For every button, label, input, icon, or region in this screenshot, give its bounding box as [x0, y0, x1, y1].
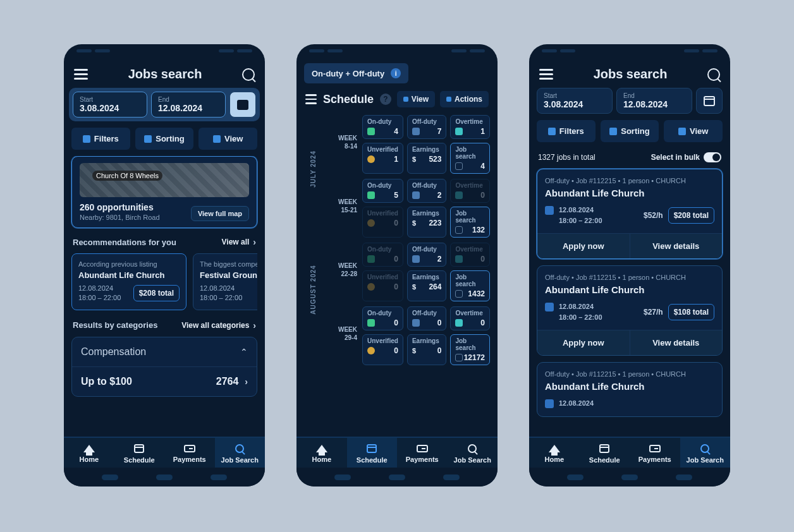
stat-js[interactable]: Job search132	[450, 207, 490, 238]
stat-on[interactable]: On-duty0	[362, 243, 403, 267]
end-date-value: 12.08.2024	[158, 103, 219, 113]
start-date-field[interactable]: Start 3.08.2024	[73, 92, 147, 118]
recommendation-datetime: 12.08.2024 18:00 – 22:00	[78, 284, 121, 303]
menu-icon[interactable]	[305, 94, 317, 104]
stat-js[interactable]: Job search4	[450, 143, 490, 174]
stat-value: 0	[394, 346, 398, 355]
start-date-field[interactable]: Start 3.08.2024	[537, 88, 613, 114]
job-card[interactable]: Off-duty • Job #112215 • 1 person • CHUR…	[537, 169, 723, 259]
stat-earn[interactable]: Earnings$223	[407, 207, 447, 238]
view-button[interactable]: View	[198, 128, 257, 150]
stat-off[interactable]: Off-duty0	[407, 306, 447, 330]
nav-payments[interactable]: Payments	[630, 438, 680, 468]
view-all-categories-link[interactable]: View all categories ›	[181, 320, 256, 330]
stat-ot[interactable]: Overtime0	[450, 179, 490, 203]
job-card[interactable]: Off-duty • Job #112215 • 1 person • CHUR…	[537, 265, 723, 356]
stat-unv[interactable]: Unverified1	[362, 143, 403, 174]
stat-on[interactable]: On-duty0	[362, 306, 403, 330]
stat-on[interactable]: On-duty5	[362, 179, 403, 203]
view-details-button[interactable]: View details	[630, 234, 723, 258]
end-date-label: End	[158, 96, 219, 103]
stat-off[interactable]: Off-duty2	[407, 243, 447, 267]
stat-earn[interactable]: Earnings$523	[407, 143, 447, 174]
search-icon[interactable]	[242, 68, 255, 81]
nav-job-search[interactable]: Job Search	[448, 438, 498, 468]
stat-label: Off-duty	[412, 246, 442, 253]
stat-value: 132	[472, 226, 485, 234]
start-date-label: Start	[544, 92, 606, 99]
help-icon[interactable]: ?	[380, 94, 391, 105]
compensation-header[interactable]: Compensation ⌃	[72, 337, 257, 366]
nav-schedule[interactable]: Schedule	[114, 438, 165, 468]
stat-label: On-duty	[367, 182, 398, 189]
info-icon[interactable]: i	[391, 68, 401, 78]
view-button[interactable]: View	[397, 91, 435, 107]
job-datetime: 12.08.2024	[559, 398, 594, 409]
nav-home[interactable]: Home	[529, 438, 580, 468]
payments-icon	[649, 445, 661, 452]
end-date-field[interactable]: End 12.08.2024	[151, 92, 226, 118]
scroll-content[interactable]: Church Of 8 Wheels 260 opportunities Nea…	[64, 156, 265, 437]
filters-button[interactable]: Filters	[71, 128, 130, 150]
stat-unv[interactable]: Unverified0	[362, 270, 403, 301]
stat-js[interactable]: Job search1432	[450, 270, 490, 301]
stat-value: 0	[394, 219, 398, 227]
ot-icon	[455, 255, 463, 263]
nav-job-search[interactable]: Job Search	[215, 438, 266, 468]
week-block: WEEK22-28On-duty0Off-duty2Overtime0Unver…	[329, 243, 490, 301]
sorting-button[interactable]: Sorting	[601, 120, 659, 142]
js-icon	[455, 290, 463, 298]
recommendation-card[interactable]: The biggest compens Festival Grounds Pat…	[193, 253, 257, 310]
schedule-body[interactable]: JULY 2024 AUGUST 2024 WEEK8-14On-duty4Of…	[296, 115, 498, 437]
apply-button[interactable]: Apply now	[537, 330, 630, 355]
stat-off[interactable]: Off-duty2	[407, 179, 447, 203]
recommendation-total: $208 total	[133, 285, 180, 301]
view-details-button[interactable]: View details	[630, 330, 723, 355]
nav-job-search[interactable]: Job Search	[680, 438, 731, 468]
stat-unv[interactable]: Unverified0	[362, 207, 403, 238]
bulk-select-toggle[interactable]: Select in bulk	[651, 152, 721, 162]
compensation-row[interactable]: Up to $100 2764 ›	[72, 366, 257, 396]
view-full-map-button[interactable]: View full map	[191, 206, 249, 221]
nav-schedule[interactable]: Schedule	[580, 438, 630, 468]
search-icon	[235, 444, 244, 453]
calendar-button[interactable]	[229, 92, 256, 118]
duty-filter-chip[interactable]: On-duty + Off-duty i	[304, 63, 408, 83]
stat-ot[interactable]: Overtime1	[450, 115, 490, 139]
actions-icon	[446, 97, 451, 102]
stat-off[interactable]: Off-duty7	[407, 115, 447, 139]
nav-payments[interactable]: Payments	[164, 438, 215, 468]
nav-home[interactable]: Home	[64, 438, 114, 468]
end-date-field[interactable]: End 12.08.2024	[616, 88, 692, 114]
menu-icon[interactable]	[539, 69, 553, 80]
stat-label: Overtime	[455, 118, 485, 125]
view-all-recommendations-link[interactable]: View all ›	[222, 237, 256, 247]
nav-schedule[interactable]: Schedule	[347, 438, 398, 468]
stat-earn[interactable]: Earnings$264	[407, 270, 447, 301]
screen-jobs-search-main: Jobs search Start 3.08.2024 End 12.08.20…	[64, 44, 265, 487]
stat-unv[interactable]: Unverified0	[362, 334, 403, 365]
stat-ot[interactable]: Overtime0	[450, 306, 490, 330]
map-thumbnail[interactable]: Church Of 8 Wheels	[80, 163, 249, 197]
search-icon[interactable]	[707, 68, 720, 81]
scroll-content[interactable]: 1327 jobs in total Select in bulk Off-du…	[529, 148, 730, 437]
job-card[interactable]: Off-duty • Job #112215 • 1 person • CHUR…	[537, 362, 723, 417]
view-button[interactable]: View	[664, 120, 723, 142]
stat-earn[interactable]: Earnings$0	[407, 334, 447, 365]
stat-value: 0	[394, 318, 398, 327]
recommendations-carousel[interactable]: According previous listing Abundant Life…	[71, 253, 257, 310]
recommendation-card[interactable]: According previous listing Abundant Life…	[71, 253, 186, 310]
calendar-button[interactable]	[696, 88, 723, 114]
nav-payments[interactable]: Payments	[397, 438, 448, 468]
earn-icon: $	[412, 155, 416, 163]
menu-icon[interactable]	[74, 69, 88, 80]
stat-ot[interactable]: Overtime0	[450, 243, 490, 267]
filters-button[interactable]: Filters	[537, 120, 596, 142]
search-icon	[700, 444, 709, 453]
actions-button[interactable]: Actions	[440, 91, 489, 107]
stat-on[interactable]: On-duty4	[362, 115, 403, 139]
stat-js[interactable]: Job search12172	[450, 334, 490, 365]
apply-button[interactable]: Apply now	[537, 234, 630, 258]
nav-home[interactable]: Home	[296, 438, 347, 468]
sorting-button[interactable]: Sorting	[135, 128, 194, 150]
